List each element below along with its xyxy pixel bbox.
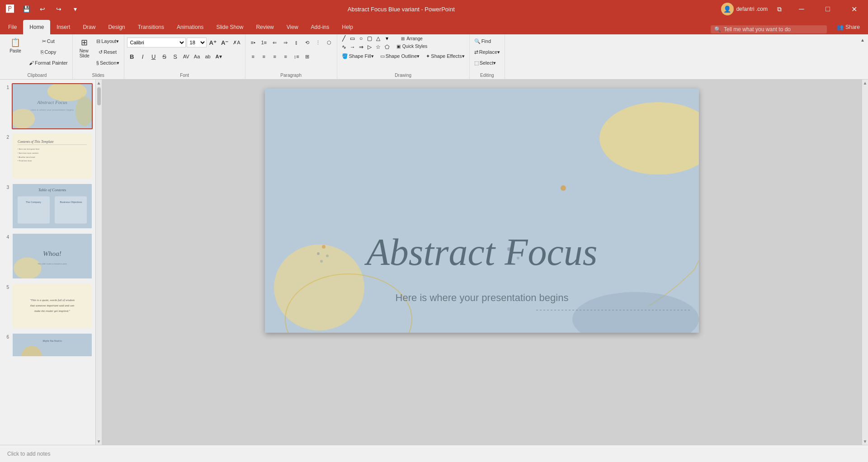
find-button[interactable]: 🔍 Find	[472, 36, 493, 46]
slide-img-3[interactable]: Table of Contents The Company Business O…	[12, 183, 93, 229]
right-scroll-down[interactable]: ▼	[863, 439, 868, 444]
slide-img-2[interactable]: Contents of This Template • Item one tex…	[12, 133, 93, 179]
minimize-button[interactable]: ─	[791, 0, 812, 18]
clear-format-button[interactable]: ✗A	[231, 38, 242, 47]
tab-draw[interactable]: Draw	[76, 20, 102, 34]
align-text-button[interactable]: ⋮	[313, 38, 323, 47]
increase-font-button[interactable]: A⁺	[208, 38, 218, 47]
center-button[interactable]: ≡	[259, 52, 269, 61]
slide-thumb-1[interactable]: 1 Abstract Focus Here is where your pres…	[3, 83, 93, 129]
slide-panel-scrollbar[interactable]: ▲ ▼	[96, 80, 102, 445]
tab-file[interactable]: File	[2, 20, 23, 34]
username[interactable]: defantri .com	[736, 6, 768, 12]
tab-help[interactable]: Help	[335, 20, 359, 34]
maximize-button[interactable]: □	[817, 0, 838, 18]
shape-outline-button[interactable]: ▭ Shape Outline ▾	[378, 51, 422, 61]
format-painter-button[interactable]: 🖌 Format Painter	[27, 58, 70, 68]
shape-right-angle[interactable]: △	[374, 34, 382, 42]
numbering-button[interactable]: 1≡	[259, 38, 269, 47]
slide-editing-area[interactable]: Abstract Focus Here is where your presen…	[102, 80, 862, 445]
shape-rounded-rect[interactable]: ▢	[366, 34, 374, 42]
justify-button[interactable]: ≡	[281, 52, 291, 61]
italic-button[interactable]: I	[138, 52, 148, 61]
slide-img-4[interactable]: Whoa! This slide marks a transition poin…	[12, 233, 93, 279]
save-button[interactable]: 💾	[20, 3, 33, 15]
scroll-up-arrow[interactable]: ▲	[97, 80, 101, 85]
text-highlight-button[interactable]: ab	[203, 52, 213, 61]
slide-img-5[interactable]: "This is a quote, words full of wisdom t…	[12, 283, 93, 329]
spacing-button[interactable]: AV	[181, 52, 191, 61]
tab-slideshow[interactable]: Slide Show	[210, 20, 250, 34]
shape-more[interactable]: ▾	[383, 34, 391, 42]
slide-thumb-6[interactable]: 6 Maybe You Need to	[3, 333, 93, 357]
new-slide-button[interactable]: ⊞ NewSlide	[75, 36, 94, 60]
slide-img-1[interactable]: Abstract Focus Here is where your presen…	[12, 83, 93, 129]
shadow-button[interactable]: S	[170, 52, 180, 61]
undo-button[interactable]: ↩	[36, 3, 49, 15]
decrease-font-button[interactable]: A⁻	[219, 38, 230, 47]
tab-transitions[interactable]: Transitions	[132, 20, 170, 34]
slide-thumb-4[interactable]: 4 Whoa! This slide marks a transition po…	[3, 233, 93, 279]
slide-title[interactable]: Abstract Focus	[301, 233, 663, 271]
copy-button[interactable]: ⎘ Copy	[27, 47, 70, 57]
select-button[interactable]: ⬚ Select ▾	[472, 58, 498, 68]
tab-review[interactable]: Review	[250, 20, 280, 34]
replace-button[interactable]: ⇄ Replace ▾	[472, 47, 502, 57]
underline-button[interactable]: U	[149, 52, 159, 61]
line-spacing-button[interactable]: ↕≡	[292, 52, 302, 61]
close-button[interactable]: ✕	[844, 0, 864, 18]
slide-thumb-5[interactable]: 5 "This is a quote, words full of wisdom…	[3, 283, 93, 329]
tab-design[interactable]: Design	[102, 20, 131, 34]
notes-placeholder[interactable]: Click to add notes	[7, 451, 50, 457]
cut-button[interactable]: ✂ Cut	[27, 36, 70, 46]
search-input[interactable]	[724, 26, 823, 33]
reset-button[interactable]: ↺ Reset	[94, 47, 121, 57]
slide-thumb-3[interactable]: 3 Table of Contents The Company Business…	[3, 183, 93, 229]
section-button[interactable]: § Section ▾	[94, 58, 121, 68]
bullets-button[interactable]: ≡•	[248, 38, 258, 47]
shape-fill-button[interactable]: 🪣 Shape Fill ▾	[340, 51, 376, 61]
align-right-button[interactable]: ≡	[270, 52, 280, 61]
tab-view[interactable]: View	[280, 20, 305, 34]
collapse-ribbon-button[interactable]: ▲	[857, 34, 868, 45]
search-box[interactable]: 🔍	[711, 25, 827, 33]
slide-thumb-2[interactable]: 2 Contents of This Template • Item one t…	[3, 133, 93, 179]
font-name-select[interactable]: Calibri	[127, 38, 186, 47]
tab-addins[interactable]: Add-ins	[305, 20, 336, 34]
bold-button[interactable]: B	[127, 52, 137, 61]
tab-insert[interactable]: Insert	[50, 20, 76, 34]
change-case-button[interactable]: Aa	[192, 52, 202, 61]
share-button[interactable]: 👥 Share	[830, 20, 866, 34]
slide-img-6[interactable]: Maybe You Need to	[12, 333, 93, 357]
tab-animations[interactable]: Animations	[170, 20, 210, 34]
para-dialog-button[interactable]: ⊞	[302, 52, 312, 61]
smartart-button[interactable]: ⬡	[324, 38, 334, 47]
layout-button[interactable]: ⊟ Layout ▾	[94, 36, 121, 46]
shape-rect[interactable]: ▭	[349, 34, 357, 42]
quick-styles-button[interactable]: ▣ Quick Styles	[394, 43, 430, 50]
right-scroll-up[interactable]: ▲	[863, 80, 868, 85]
right-scrollbar[interactable]: ▲ ▼	[862, 80, 868, 445]
slide-subtitle[interactable]: Here is where your presentation begins	[301, 292, 663, 304]
decrease-indent-button[interactable]: ⇐	[270, 38, 280, 47]
main-slide-canvas[interactable]: Abstract Focus Here is where your presen…	[265, 89, 699, 333]
font-size-select[interactable]: 18	[187, 38, 207, 47]
scroll-down-arrow[interactable]: ▼	[97, 439, 101, 444]
customize-qa-button[interactable]: ▾	[69, 3, 81, 15]
arrange-button[interactable]: ⊞ Arrange	[394, 35, 430, 42]
align-left-button[interactable]: ≡	[248, 52, 258, 61]
columns-button[interactable]: ⫿	[292, 38, 302, 47]
user-avatar[interactable]: 👤	[721, 3, 734, 15]
increase-indent-button[interactable]: ⇒	[281, 38, 291, 47]
shape-circle[interactable]: ○	[357, 34, 365, 42]
restore-down-button[interactable]: ⧉	[773, 3, 786, 15]
tab-home[interactable]: Home	[23, 20, 50, 34]
strikethrough-button[interactable]: S	[160, 52, 170, 61]
paste-button[interactable]: 📋 Paste	[5, 36, 26, 55]
redo-button[interactable]: ↪	[52, 3, 65, 15]
notes-area[interactable]: Click to add notes	[0, 445, 868, 462]
scroll-thumb[interactable]	[97, 87, 101, 105]
font-color-button[interactable]: A▾	[214, 52, 224, 61]
shape-line[interactable]: ╱	[340, 34, 348, 42]
shape-effects-button[interactable]: ✦ Shape Effects ▾	[424, 51, 466, 61]
